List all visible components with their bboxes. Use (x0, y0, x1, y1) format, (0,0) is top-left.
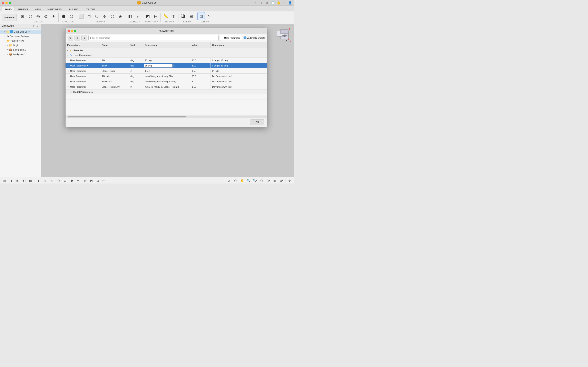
table-row-tiltlimit[interactable]: ☆ User Parameter TiltLimit deg min(45 de… (66, 74, 267, 79)
new-component-btn[interactable]: ⊞ (19, 12, 26, 20)
bb-tool-1[interactable]: ◧ (36, 178, 42, 183)
auto-update-checkbox[interactable]: ✓ (243, 36, 246, 39)
tree-item-saw-blade[interactable]: ▸ 👁 📦 Saw Blade:1 (0, 48, 41, 52)
revolve-btn[interactable]: ◎ (34, 12, 42, 20)
table-row-skewlimit[interactable]: ☆ User Parameter SkewLimit deg min(80 de… (66, 79, 267, 84)
bb-tool-6[interactable]: ⬢ (69, 178, 75, 183)
tab-surface[interactable]: SURFACE (15, 7, 32, 11)
bb-tool-8[interactable]: ◈ (82, 178, 87, 183)
dialog-min-btn[interactable] (71, 30, 73, 32)
viewcube[interactable]: Z FRONT x (274, 27, 291, 43)
move-btn[interactable]: ✛ (101, 12, 108, 20)
bb-tool-2[interactable]: ↺ (43, 178, 48, 183)
layout-btn[interactable]: ⊞ (272, 178, 277, 183)
zoom-btn[interactable]: 🔍 (246, 178, 251, 183)
ok-button[interactable]: OK (250, 119, 264, 125)
tab-mesh[interactable]: MESH (31, 7, 44, 11)
tab-plastic[interactable]: PLASTIC (66, 7, 82, 11)
automate-btn2[interactable]: ⬠ (68, 12, 75, 20)
press-pull-btn[interactable]: ⬜ (78, 12, 85, 20)
tree-visibility-cove[interactable]: 👁 (4, 31, 6, 33)
user-btn[interactable]: 👤 (287, 1, 292, 5)
nav-play-btn[interactable]: ▶ (15, 178, 20, 183)
tree-visibility-wp[interactable]: 👁 (7, 53, 9, 55)
tree-visibility-origin[interactable]: 👁 (7, 44, 9, 47)
pan-btn[interactable]: ✋ (239, 178, 245, 183)
skew-delete-icon[interactable]: ✕ (86, 64, 88, 67)
split-btn[interactable]: ◈ (116, 12, 124, 20)
close-window-btn[interactable] (2, 2, 4, 4)
view-menu-btn[interactable]: ⬡▾ (265, 178, 271, 183)
table-row-tilt[interactable]: ☆ User Parameter Tilt deg 20 deg 20.0 0 … (66, 58, 267, 63)
param-sort-icon[interactable]: ▾ (79, 44, 80, 46)
insert-btn[interactable]: 🖼 (180, 12, 187, 20)
close-btn[interactable]: × (253, 1, 258, 5)
refresh-btn[interactable]: ↺ (265, 1, 269, 5)
favorites-chevron[interactable]: ▸ (67, 49, 70, 51)
bb-tool-3[interactable]: ↻ (49, 178, 55, 183)
bh-star[interactable]: ☆ (67, 69, 69, 72)
joint-btn[interactable]: ◧ (126, 12, 134, 20)
browser-back-icon[interactable]: ◂ (2, 25, 3, 27)
tree-visibility-saw[interactable]: 👁 (7, 49, 9, 51)
browser-expand-btn[interactable]: ▸ (36, 25, 39, 28)
tl-star[interactable]: ☆ (67, 75, 69, 78)
bb-tool-9[interactable]: ◩ (88, 178, 94, 183)
params-filter-btn[interactable]: ≣ (75, 35, 80, 41)
measure-btn[interactable]: 📏 (162, 12, 169, 20)
add-user-param-btn[interactable]: + User Parameter (220, 35, 242, 41)
settings-btn[interactable]: ⚙ (287, 178, 292, 183)
tilt-star[interactable]: ☆ (67, 59, 69, 62)
as-built-btn[interactable]: ⬦ (134, 12, 141, 20)
bb-tool-4[interactable]: ⬡ (56, 178, 61, 183)
capture-btn[interactable]: ⬡ (233, 178, 238, 183)
tab-solid[interactable]: SOLID (2, 7, 15, 11)
zoom-menu-btn[interactable]: 🔍▾ (252, 178, 258, 183)
sl-star[interactable]: ☆ (67, 80, 69, 83)
model-params-chevron[interactable]: ▸ (67, 91, 70, 93)
td-skew-expr[interactable]: ⬡ (143, 63, 190, 68)
tree-item-workpiece[interactable]: ▸ 👁 📦 Workpiece:1 (0, 52, 41, 57)
table-row-blade-height[interactable]: ☆ User Parameter Blade_Height in 1.5 in … (66, 68, 267, 74)
tab-utilities[interactable]: UTILITIES (82, 7, 98, 11)
tree-item-doc-settings[interactable]: ▸ ⚙ Document Settings (0, 34, 41, 39)
view-btn[interactable]: ⬡ (259, 178, 264, 183)
decal-btn[interactable]: ⊞ (187, 12, 195, 20)
tab-sheet-metal[interactable]: SHEET METAL (44, 7, 66, 11)
layout-menu-btn[interactable]: ⊞▾ (278, 178, 284, 183)
browser-options-btn[interactable]: ⊞ (32, 25, 35, 28)
dialog-max-btn[interactable] (74, 30, 76, 32)
maximize-window-btn[interactable] (9, 2, 11, 4)
nav-last-btn[interactable]: ⏭ (28, 178, 34, 183)
nav-prev-btn[interactable]: ◀ (8, 178, 14, 183)
section-btn[interactable]: ◫ (170, 12, 177, 20)
tree-item-origin[interactable]: ▸ 👁 📂 Origin (0, 43, 41, 48)
select-btn[interactable]: ⊡ (198, 12, 205, 20)
bb-tool-5[interactable]: ⊡ (62, 178, 68, 183)
skew-expand-btn[interactable]: ⬡ (173, 64, 175, 67)
snap-btn[interactable]: ⊕ (226, 178, 232, 183)
new-tab-btn[interactable]: + (259, 1, 264, 5)
shell-btn[interactable]: ⬡ (93, 12, 100, 20)
nav-next-btn[interactable]: ▶| (21, 178, 27, 183)
table-row-skew[interactable]: ☆ User Parameter ✕ Skew deg ⬡ 30.0 0 deg… (66, 63, 267, 68)
hole-btn[interactable]: ⊙ (42, 12, 49, 20)
scrollbar-thumb[interactable] (68, 116, 186, 117)
skew-expression-input[interactable] (144, 64, 173, 67)
minimize-window-btn[interactable] (5, 2, 8, 4)
combine-btn[interactable]: ⬡ (109, 12, 116, 20)
fx-btn[interactable]: fx (68, 35, 73, 41)
clock-btn[interactable]: 🕐 (270, 1, 275, 5)
table-row-blade-heightlimit[interactable]: ☆ User Parameter Blade_HeightLimit in mi… (66, 84, 267, 90)
extrude-btn[interactable]: ⬡ (26, 12, 34, 20)
automate-btn1[interactable]: ⬟ (60, 12, 67, 20)
plane-btn[interactable]: ◩ (144, 12, 151, 20)
design-button[interactable]: DESIGN ▾ (2, 14, 17, 21)
params-star-btn[interactable]: ★ (81, 35, 87, 41)
axis-btn[interactable]: ⊢ (152, 12, 159, 20)
fillet-btn[interactable]: ◻ (85, 12, 93, 20)
canvas-area[interactable]: Z FRONT x PARAMETERS (41, 24, 294, 177)
pattern-btn[interactable]: ✦ (50, 12, 57, 20)
user-params-chevron[interactable]: ▾ (67, 54, 70, 56)
tree-item-named-views[interactable]: ▸ 📂 Named Views (0, 39, 41, 43)
